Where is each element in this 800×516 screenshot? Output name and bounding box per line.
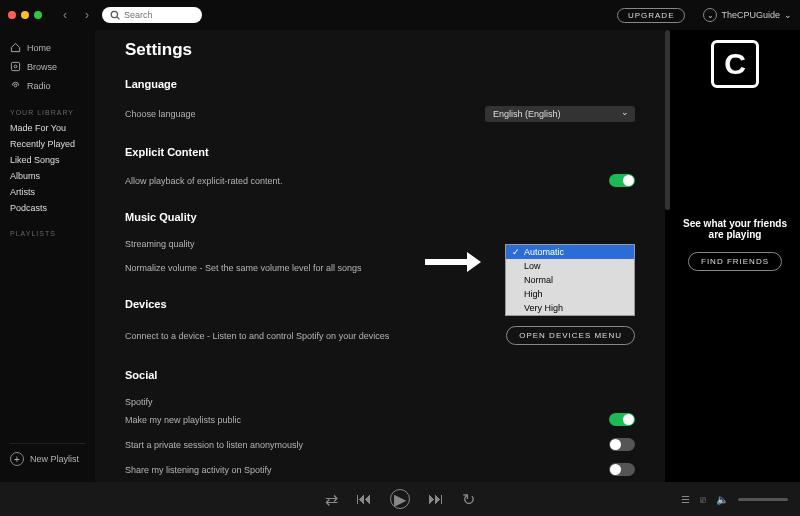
browse-icon bbox=[10, 61, 21, 72]
language-select[interactable]: English (English) bbox=[485, 106, 635, 122]
nav-forward-icon[interactable]: › bbox=[80, 8, 94, 22]
annotation-arrow-icon bbox=[425, 252, 481, 272]
play-button[interactable]: ▶ bbox=[390, 489, 410, 509]
private-session-label: Start a private session to listen anonym… bbox=[125, 440, 303, 450]
new-playlist-label: New Playlist bbox=[30, 454, 79, 464]
share-activity-toggle[interactable] bbox=[609, 463, 635, 476]
public-playlist-toggle[interactable] bbox=[609, 413, 635, 426]
repeat-icon[interactable]: ↻ bbox=[462, 490, 475, 509]
quality-option-high[interactable]: High bbox=[506, 287, 634, 301]
shuffle-icon[interactable]: ⇄ bbox=[325, 490, 338, 509]
brand-logo-icon: C bbox=[711, 40, 759, 88]
public-playlist-label: Make my new playlists public bbox=[125, 415, 241, 425]
sidebar-item-home[interactable]: Home bbox=[10, 38, 85, 57]
search-box[interactable] bbox=[102, 7, 202, 23]
devices-icon[interactable]: ⎚ bbox=[700, 494, 706, 505]
main-content: Settings Language Choose language Englis… bbox=[95, 30, 665, 482]
sidebar-item-podcasts[interactable]: Podcasts bbox=[10, 200, 85, 216]
section-quality: Music Quality bbox=[125, 211, 635, 223]
sidebar-item-albums[interactable]: Albums bbox=[10, 168, 85, 184]
share-activity-label: Share my listening activity on Spotify bbox=[125, 465, 272, 475]
svg-rect-2 bbox=[11, 62, 19, 70]
sidebar-header-playlists: PLAYLISTS bbox=[10, 230, 85, 237]
home-icon bbox=[10, 42, 21, 53]
svg-rect-5 bbox=[425, 259, 467, 265]
sidebar-item-radio[interactable]: Radio bbox=[10, 76, 85, 95]
window-controls bbox=[8, 11, 42, 19]
next-icon[interactable]: ⏭ bbox=[428, 490, 444, 508]
plus-icon: + bbox=[10, 452, 24, 466]
find-friends-button[interactable]: FIND FRIENDS bbox=[688, 252, 782, 271]
player-bar: ⇄ ⏮ ▶ ⏭ ↻ ☰ ⎚ 🔈 bbox=[0, 482, 800, 516]
new-playlist-button[interactable]: + New Playlist bbox=[10, 443, 85, 474]
sidebar-item-recently-played[interactable]: Recently Played bbox=[10, 136, 85, 152]
sidebar-header-library: YOUR LIBRARY bbox=[10, 109, 85, 116]
quality-option-very-high[interactable]: Very High bbox=[506, 301, 634, 315]
radio-icon bbox=[10, 80, 21, 91]
close-window-icon[interactable] bbox=[8, 11, 16, 19]
sidebar-item-label: Radio bbox=[27, 81, 51, 91]
search-input[interactable] bbox=[124, 10, 194, 20]
streaming-quality-label: Streaming quality bbox=[125, 239, 195, 249]
minimize-window-icon[interactable] bbox=[21, 11, 29, 19]
svg-point-4 bbox=[14, 84, 17, 87]
volume-slider[interactable] bbox=[738, 498, 788, 501]
chevron-down-icon: ⌄ bbox=[784, 10, 792, 20]
streaming-quality-dropdown[interactable]: ✓Automatic Low Normal High Very High bbox=[505, 244, 635, 316]
friends-pane: C See what your friends are playing FIND… bbox=[670, 30, 800, 482]
sidebar-item-label: Home bbox=[27, 43, 51, 53]
sidebar-item-liked-songs[interactable]: Liked Songs bbox=[10, 152, 85, 168]
check-icon: ✓ bbox=[512, 247, 520, 257]
quality-option-automatic[interactable]: ✓Automatic bbox=[506, 245, 634, 259]
volume-icon[interactable]: 🔈 bbox=[716, 494, 728, 505]
svg-point-0 bbox=[111, 11, 117, 17]
section-language: Language bbox=[125, 78, 635, 90]
svg-line-1 bbox=[117, 17, 120, 20]
previous-icon[interactable]: ⏮ bbox=[356, 490, 372, 508]
nav-back-icon[interactable]: ‹ bbox=[58, 8, 72, 22]
username-label: TheCPUGuide bbox=[721, 10, 780, 20]
page-title: Settings bbox=[125, 40, 635, 60]
normalize-label: Normalize volume - Set the same volume l… bbox=[125, 263, 362, 273]
explicit-label: Allow playback of explicit-rated content… bbox=[125, 176, 283, 186]
section-explicit: Explicit Content bbox=[125, 146, 635, 158]
upgrade-button[interactable]: UPGRADE bbox=[617, 8, 686, 23]
quality-option-normal[interactable]: Normal bbox=[506, 273, 634, 287]
maximize-window-icon[interactable] bbox=[34, 11, 42, 19]
sidebar-item-artists[interactable]: Artists bbox=[10, 184, 85, 200]
explicit-toggle[interactable] bbox=[609, 174, 635, 187]
friends-title: See what your friends are playing bbox=[680, 218, 790, 240]
sidebar: Home Browse Radio YOUR LIBRARY Made For … bbox=[0, 30, 95, 482]
user-menu[interactable]: ⌄ TheCPUGuide ⌄ bbox=[703, 8, 792, 22]
sidebar-item-made-for-you[interactable]: Made For You bbox=[10, 120, 85, 136]
choose-language-label: Choose language bbox=[125, 109, 196, 119]
connect-device-label: Connect to a device - Listen to and cont… bbox=[125, 331, 389, 341]
quality-option-low[interactable]: Low bbox=[506, 259, 634, 273]
sidebar-item-browse[interactable]: Browse bbox=[10, 57, 85, 76]
user-avatar-icon: ⌄ bbox=[703, 8, 717, 22]
queue-icon[interactable]: ☰ bbox=[681, 494, 690, 505]
search-icon bbox=[110, 10, 120, 20]
private-session-toggle[interactable] bbox=[609, 438, 635, 451]
topbar: ‹ › UPGRADE ⌄ TheCPUGuide ⌄ bbox=[0, 0, 800, 30]
svg-point-3 bbox=[14, 65, 17, 68]
open-devices-button[interactable]: OPEN DEVICES MENU bbox=[506, 326, 635, 345]
section-social: Social bbox=[125, 369, 635, 381]
sidebar-item-label: Browse bbox=[27, 62, 57, 72]
svg-marker-6 bbox=[467, 252, 481, 272]
social-subtitle: Spotify bbox=[125, 397, 153, 407]
